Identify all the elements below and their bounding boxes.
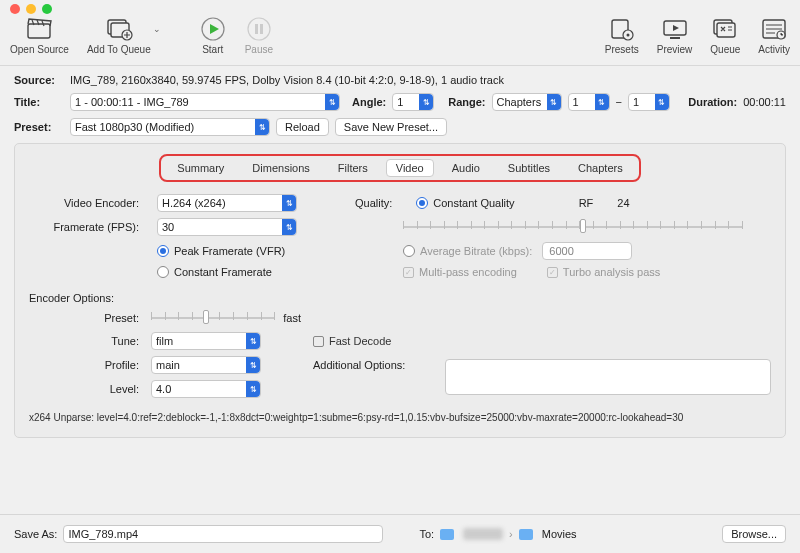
save-as-input[interactable]: IMG_789.mp4 [63,525,383,543]
tab-video[interactable]: Video [386,159,434,177]
preview-label: Preview [657,44,693,55]
level-select[interactable]: 4.0⇅ [151,380,261,398]
tab-subtitles[interactable]: Subtitles [498,159,560,177]
multipass-checkbox: ✓Multi-pass encoding [403,266,517,278]
pause-button: Pause [245,16,273,55]
rf-value: 24 [617,197,629,209]
tab-chapters[interactable]: Chapters [568,159,633,177]
pause-label: Pause [245,44,273,55]
svg-rect-12 [670,37,680,39]
redacted-path [463,528,503,540]
window-zoom[interactable] [42,4,52,14]
range-from-select[interactable]: 1⇅ [568,93,610,111]
updown-icon: ⇅ [282,219,296,235]
updown-icon: ⇅ [325,94,339,110]
preset-select[interactable]: Fast 1080p30 (Modified)⇅ [70,118,270,136]
svg-rect-0 [28,24,50,38]
updown-icon: ⇅ [255,119,269,135]
queue-button[interactable]: Queue [710,16,740,55]
reload-button[interactable]: Reload [276,118,329,136]
video-encoder-label: Video Encoder: [29,197,139,209]
start-label: Start [202,44,223,55]
preview-button[interactable]: Preview [657,16,693,55]
preview-icon [661,16,689,42]
source-value: IMG_789, 2160x3840, 59.9745 FPS, Dolby V… [70,74,504,86]
queue-add-icon [105,16,133,42]
angle-select[interactable]: 1⇅ [392,93,434,111]
constant-quality-radio[interactable]: Constant Quality [416,197,514,209]
quality-slider[interactable] [403,219,743,235]
updown-icon: ⇅ [246,381,260,397]
bitrate-input: 6000 [542,242,632,260]
range-label: Range: [448,96,485,108]
svg-rect-6 [255,24,258,34]
svg-point-5 [248,18,270,40]
presets-button[interactable]: Presets [605,16,639,55]
enc-preset-slider[interactable] [151,310,275,326]
updown-icon: ⇅ [419,94,433,110]
tune-label: Tune: [29,335,139,347]
updown-icon: ⇅ [282,195,296,211]
title-label: Title: [14,96,64,108]
add-to-queue-button[interactable]: ⌄ Add To Queue [87,16,151,55]
pause-icon [245,16,273,42]
open-source-button[interactable]: Open Source [10,16,69,55]
settings-tabs: Summary Dimensions Filters Video Audio S… [159,154,640,182]
profile-label: Profile: [29,359,139,371]
range-to-select[interactable]: 1⇅ [628,93,670,111]
tab-audio[interactable]: Audio [442,159,490,177]
turbo-checkbox: ✓Turbo analysis pass [547,266,660,278]
add-to-queue-label: Add To Queue [87,44,151,55]
framerate-select[interactable]: 30⇅ [157,218,297,236]
title-select[interactable]: 1 - 00:00:11 - IMG_789⇅ [70,93,340,111]
svg-point-10 [626,34,629,37]
chevron-down-icon[interactable]: ⌄ [153,24,161,34]
to-folder: Movies [542,528,577,540]
save-as-label: Save As: [14,528,57,540]
enc-preset-value: fast [283,312,301,324]
x264-unparse-line: x264 Unparse: level=4.0:ref=2:deblock=-1… [29,412,771,423]
window-minimize[interactable] [26,4,36,14]
activity-button[interactable]: Activity [758,16,790,55]
peak-framerate-radio[interactable]: Peak Framerate (VFR) [157,245,337,257]
profile-select[interactable]: main⇅ [151,356,261,374]
range-dash: − [616,96,622,108]
preset-label: Preset: [14,121,64,133]
tune-select[interactable]: film⇅ [151,332,261,350]
average-bitrate-radio[interactable]: Average Bitrate (kbps): [403,245,532,257]
presets-label: Presets [605,44,639,55]
video-encoder-select[interactable]: H.264 (x264)⇅ [157,194,297,212]
queue-icon [711,16,739,42]
start-button[interactable]: Start [199,16,227,55]
fast-decode-checkbox[interactable]: Fast Decode [313,335,433,347]
additional-options-label: Additional Options: [313,359,433,371]
tab-filters[interactable]: Filters [328,159,378,177]
path-separator: › [509,528,513,540]
settings-panel: Summary Dimensions Filters Video Audio S… [14,143,786,438]
constant-framerate-radio[interactable]: Constant Framerate [157,266,337,278]
svg-rect-14 [717,23,735,37]
save-new-preset-button[interactable]: Save New Preset... [335,118,447,136]
enc-preset-label: Preset: [29,312,139,324]
window-close[interactable] [10,4,20,14]
updown-icon: ⇅ [655,94,669,110]
activity-label: Activity [758,44,790,55]
quality-label: Quality: [355,197,392,209]
tab-dimensions[interactable]: Dimensions [242,159,319,177]
folder-icon [519,529,533,540]
presets-icon [608,16,636,42]
range-type-select[interactable]: Chapters⇅ [492,93,562,111]
to-label: To: [419,528,434,540]
level-label: Level: [29,383,139,395]
queue-label: Queue [710,44,740,55]
browse-button[interactable]: Browse... [722,525,786,543]
additional-options-input[interactable] [445,359,771,395]
encoder-options-label: Encoder Options: [29,292,771,304]
tab-summary[interactable]: Summary [167,159,234,177]
svg-rect-7 [260,24,263,34]
rf-label: RF [579,197,594,209]
clapperboard-icon [25,16,53,42]
updown-icon: ⇅ [595,94,609,110]
open-source-label: Open Source [10,44,69,55]
duration-label: Duration: [688,96,737,108]
